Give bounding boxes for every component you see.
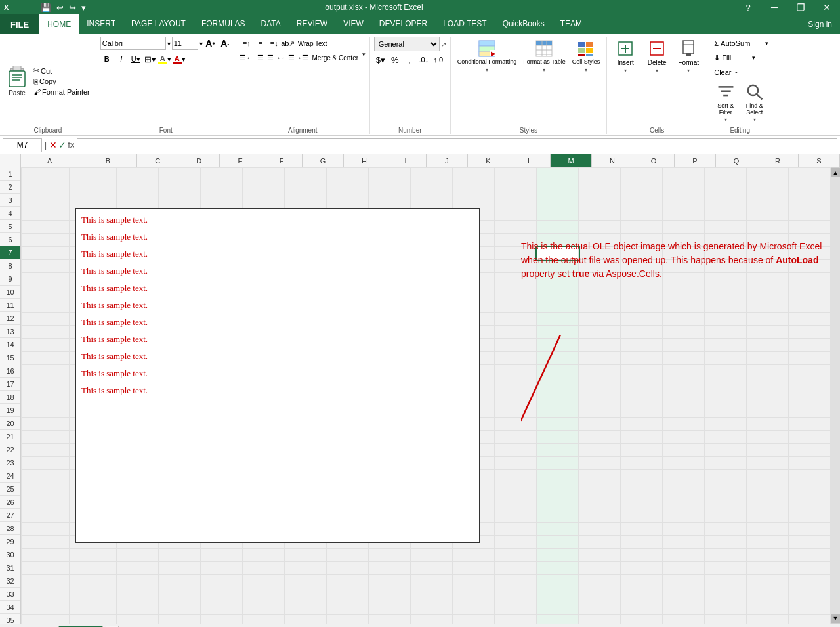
cell-N5[interactable]	[579, 221, 621, 234]
cell-O22[interactable]	[621, 444, 663, 457]
cell-M20[interactable]	[537, 418, 579, 431]
cell-O11[interactable]	[621, 299, 663, 313]
cell-F35[interactable]	[243, 615, 285, 624]
cell-L23[interactable]	[495, 457, 537, 470]
cell-A14[interactable]	[22, 339, 70, 352]
cell-R31[interactable]	[747, 562, 789, 575]
cell-M5[interactable]	[537, 221, 579, 234]
cell-P23[interactable]	[663, 457, 705, 470]
cell-G34[interactable]	[285, 601, 327, 615]
cell-S18[interactable]	[789, 391, 831, 404]
cell-Q2[interactable]	[705, 181, 747, 194]
cell-Q33[interactable]	[705, 588, 747, 601]
cell-P26[interactable]	[663, 496, 705, 509]
cell-S35[interactable]	[789, 615, 831, 624]
fill-color-button[interactable]: A ▾	[158, 53, 171, 66]
cell-O34[interactable]	[621, 601, 663, 615]
cell-R3[interactable]	[747, 194, 789, 207]
cell-P4[interactable]	[663, 207, 705, 221]
cell-S16[interactable]	[789, 365, 831, 378]
cell-B3[interactable]	[69, 194, 117, 207]
cell-P34[interactable]	[663, 601, 705, 615]
cell-S29[interactable]	[789, 536, 831, 549]
cell-N19[interactable]	[579, 404, 621, 418]
cell-A3[interactable]	[22, 194, 70, 207]
cell-O28[interactable]	[621, 523, 663, 536]
cell-S17[interactable]	[789, 378, 831, 391]
cell-I2[interactable]	[369, 181, 411, 194]
number-format-select[interactable]: General Number Currency Short Date Long …	[374, 37, 440, 51]
cell-S1[interactable]	[789, 168, 831, 181]
cell-N4[interactable]	[579, 207, 621, 221]
cell-J2[interactable]	[411, 181, 453, 194]
cell-O27[interactable]	[621, 509, 663, 523]
cell-L14[interactable]	[495, 339, 537, 352]
cell-G33[interactable]	[285, 588, 327, 601]
scroll-down-btn[interactable]: ▼	[831, 614, 840, 623]
home-tab[interactable]: HOME	[39, 14, 79, 34]
cell-E33[interactable]	[201, 588, 243, 601]
cell-M14[interactable]	[537, 339, 579, 352]
cell-A8[interactable]	[22, 260, 70, 273]
format-arrow[interactable]: ▾	[687, 68, 690, 74]
cell-M25[interactable]	[537, 483, 579, 496]
cell-M35[interactable]	[537, 615, 579, 624]
cell-O20[interactable]	[621, 418, 663, 431]
cell-A20[interactable]	[22, 418, 70, 431]
cell-R32[interactable]	[747, 575, 789, 588]
row-32[interactable]: 32	[0, 574, 20, 588]
cell-L32[interactable]	[495, 575, 537, 588]
cell-C35[interactable]	[117, 615, 159, 624]
cell-M22[interactable]	[537, 444, 579, 457]
cell-L25[interactable]	[495, 483, 537, 496]
row-3[interactable]: 3	[0, 194, 20, 207]
border-button[interactable]: ⊞▾	[144, 53, 157, 66]
cell-L17[interactable]	[495, 378, 537, 391]
cell-J31[interactable]	[411, 562, 453, 575]
cell-B31[interactable]	[69, 562, 117, 575]
scroll-up-btn[interactable]: ▲	[831, 168, 840, 177]
cell-Q32[interactable]	[705, 575, 747, 588]
cell-S32[interactable]	[789, 575, 831, 588]
cell-Q28[interactable]	[705, 523, 747, 536]
cell-J30[interactable]	[411, 549, 453, 562]
cell-N30[interactable]	[579, 549, 621, 562]
cell-N25[interactable]	[579, 483, 621, 496]
row-9[interactable]: 9	[0, 272, 20, 286]
cell-G2[interactable]	[285, 181, 327, 194]
cell-I1[interactable]	[369, 168, 411, 181]
cell-L29[interactable]	[495, 536, 537, 549]
cell-C31[interactable]	[117, 562, 159, 575]
cell-K31[interactable]	[453, 562, 495, 575]
page-layout-tab[interactable]: PAGE LAYOUT	[123, 14, 194, 34]
row-24[interactable]: 24	[0, 469, 20, 483]
restore-btn[interactable]: ❐	[788, 0, 814, 14]
sort-filter-arrow[interactable]: ▾	[724, 117, 727, 123]
cell-R4[interactable]	[747, 207, 789, 221]
cell-H2[interactable]	[327, 181, 369, 194]
cell-P12[interactable]	[663, 313, 705, 326]
cell-I35[interactable]	[369, 615, 411, 624]
cell-P25[interactable]	[663, 483, 705, 496]
cell-A2[interactable]	[22, 181, 70, 194]
cell-R33[interactable]	[747, 588, 789, 601]
row-5[interactable]: 5	[0, 220, 20, 233]
cell-H33[interactable]	[327, 588, 369, 601]
cell-Q5[interactable]	[705, 221, 747, 234]
cell-D33[interactable]	[159, 588, 201, 601]
cell-A27[interactable]	[22, 509, 70, 523]
cell-R2[interactable]	[747, 181, 789, 194]
cell-C30[interactable]	[117, 549, 159, 562]
cell-N17[interactable]	[579, 378, 621, 391]
orient-text-btn[interactable]: ab↗	[282, 37, 295, 50]
cancel-formula-btn[interactable]: ✕	[49, 140, 57, 150]
cell-S23[interactable]	[789, 457, 831, 470]
cell-M23[interactable]	[537, 457, 579, 470]
cell-P30[interactable]	[663, 549, 705, 562]
cell-P3[interactable]	[663, 194, 705, 207]
cell-E34[interactable]	[201, 601, 243, 615]
cell-J32[interactable]	[411, 575, 453, 588]
cell-N3[interactable]	[579, 194, 621, 207]
cell-M18[interactable]	[537, 391, 579, 404]
cell-Q25[interactable]	[705, 483, 747, 496]
